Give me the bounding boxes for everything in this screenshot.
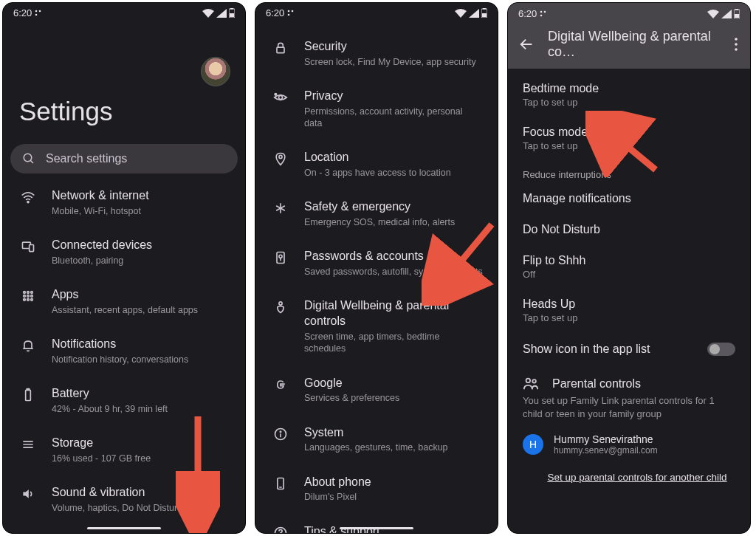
item-sub: Tap to set up: [523, 312, 735, 323]
setting-item-system[interactable]: System Languages, gestures, time, backup: [255, 415, 498, 464]
setting-item-apps[interactable]: Apps Assistant, recent apps, default app…: [3, 277, 245, 326]
svg-rect-20: [26, 391, 31, 401]
item-sub: Assistant, recent apps, default apps: [52, 304, 230, 316]
setting-item-security[interactable]: Security Screen lock, Find My Device, ap…: [255, 29, 498, 78]
item-title: Focus mode: [523, 126, 735, 139]
bedtime-mode-item[interactable]: Bedtime mode Tap to set up: [508, 73, 750, 117]
item-sub: 42% - About 9 hr, 39 min left: [52, 403, 230, 415]
svg-point-41: [279, 255, 282, 258]
item-title: Do Not Disturb: [523, 223, 735, 236]
item-title: Heads Up: [523, 298, 735, 311]
screen-settings-main: 6:20 Settings Search settings Network & …: [2, 2, 246, 534]
status-bar: 6:20: [508, 3, 750, 22]
heads-up-item[interactable]: Heads Up Tap to set up: [508, 289, 750, 332]
app-bar-title: Digital Wellbeing & parental co…: [548, 29, 715, 60]
setup-another-child-link[interactable]: Set up parental controls for another chi…: [546, 472, 728, 483]
setting-item-connected-devices[interactable]: Connected devices Bluetooth, pairing: [3, 227, 245, 277]
settings-list[interactable]: Network & internet Mobile, Wi-Fi, hotspo…: [3, 173, 245, 534]
setting-item-notifications[interactable]: Notifications Notification history, conv…: [3, 326, 245, 376]
parental-controls-item[interactable]: Parental controls: [508, 366, 750, 394]
child-avatar: H: [523, 434, 543, 455]
svg-point-14: [24, 295, 26, 298]
svg-point-27: [288, 10, 290, 12]
svg-point-15: [27, 295, 30, 298]
setting-item-tips-support[interactable]: Tips & support Help articles, phone & ch…: [255, 514, 498, 534]
item-sub: Tap to set up: [523, 97, 735, 108]
toggle-switch[interactable]: [707, 343, 735, 356]
wifi-icon: [707, 10, 719, 18]
item-sub: Off: [523, 269, 735, 280]
svg-point-17: [24, 299, 26, 301]
screen-digital-wellbeing: 6:20 Digital Wellbeing & parental co… Be…: [507, 2, 751, 534]
svg-point-12: [27, 292, 30, 294]
svg-point-53: [544, 10, 546, 13]
item-title: Battery: [52, 386, 230, 402]
pin-icon: [273, 151, 288, 166]
svg-point-36: [279, 156, 282, 159]
item-sub: Dilum's Pixel: [304, 491, 483, 503]
help-icon: [273, 526, 288, 534]
eye-icon: [273, 90, 288, 105]
svg-rect-4: [230, 8, 233, 10]
more-icon[interactable]: [728, 36, 744, 52]
battery-icon: [21, 388, 35, 402]
setting-item-digital-wellbeing-parental-controls[interactable]: Digital Wellbeing & parental controls Sc…: [255, 288, 498, 365]
settings-list[interactable]: Security Screen lock, Find My Device, ap…: [255, 20, 498, 534]
screen-settings-scrolled: 6:20 Security Screen lock, Find My Devic…: [255, 2, 498, 534]
svg-rect-10: [30, 245, 34, 252]
item-title: Apps: [52, 287, 230, 303]
svg-point-52: [540, 10, 543, 13]
svg-point-54: [540, 14, 543, 16]
setting-item-safety-emergency[interactable]: Safety & emergency Emergency SOS, medica…: [255, 189, 498, 238]
phone-icon: [273, 476, 288, 491]
svg-point-60: [735, 43, 738, 46]
manage-notifications-item[interactable]: Manage notifications: [508, 183, 750, 214]
svg-rect-31: [483, 8, 486, 10]
wellbeing-icon: [273, 300, 288, 315]
item-sub: Screen lock, Find My Device, app securit…: [304, 56, 483, 68]
page-title: Settings: [19, 97, 245, 126]
svg-point-8: [27, 202, 29, 203]
setting-item-battery[interactable]: Battery 42% - About 9 hr, 39 min left: [3, 376, 245, 425]
nav-bar[interactable]: [340, 527, 413, 529]
wifi-icon: [21, 190, 35, 205]
child-account-item[interactable]: H Hummy Senevirathne hummy.senev@gmail.c…: [508, 427, 750, 461]
svg-point-61: [735, 48, 738, 51]
back-button[interactable]: [518, 36, 535, 52]
search-input[interactable]: Search settings: [10, 144, 238, 173]
svg-rect-56: [735, 9, 738, 10]
flip-to-shhh-item[interactable]: Flip to Shhh Off: [508, 245, 750, 289]
storage-icon: [21, 437, 35, 452]
signal-icon: [721, 10, 732, 18]
svg-point-46: [280, 431, 281, 432]
focus-mode-item[interactable]: Focus mode Tap to set up: [508, 117, 750, 160]
do-not-disturb-item[interactable]: Do Not Disturb: [508, 214, 750, 245]
search-placeholder: Search settings: [46, 152, 127, 165]
svg-point-18: [27, 299, 30, 301]
family-icon: [523, 377, 539, 391]
info-icon: [273, 427, 288, 441]
item-sub: Tap to set up: [523, 140, 735, 151]
setting-item-sound-vibration[interactable]: Sound & vibration Volume, haptics, Do No…: [3, 475, 245, 524]
setting-item-network-internet[interactable]: Network & internet Mobile, Wi-Fi, hotspo…: [3, 178, 245, 227]
item-title: Location: [304, 150, 483, 165]
setting-item-location[interactable]: Location On - 3 apps have access to loca…: [255, 140, 498, 189]
battery-icon: [229, 8, 235, 18]
item-sub: Volume, haptics, Do Not Disturb: [52, 502, 230, 514]
setting-item-storage[interactable]: Storage 16% used - 107 GB free: [3, 425, 245, 475]
setting-item-google[interactable]: Google Services & preferences: [255, 365, 498, 415]
svg-point-16: [31, 295, 33, 298]
setting-item-passwords-accounts[interactable]: Passwords & accounts Saved passwords, au…: [255, 238, 498, 288]
show-icon-toggle-row[interactable]: Show icon in the app list: [508, 332, 750, 366]
google-icon: [273, 377, 288, 392]
svg-point-34: [279, 96, 283, 100]
status-time: 6:20: [13, 7, 32, 18]
volume-icon: [21, 487, 35, 501]
nav-bar[interactable]: [87, 527, 161, 529]
avatar[interactable]: [201, 57, 230, 86]
asterisk-icon: [273, 201, 288, 216]
svg-point-11: [24, 292, 26, 294]
setting-item-privacy[interactable]: Privacy Permissions, account activity, p…: [255, 78, 498, 140]
item-title: Notifications: [52, 337, 230, 352]
setting-item-about-phone[interactable]: About phone Dilum's Pixel: [255, 464, 498, 514]
